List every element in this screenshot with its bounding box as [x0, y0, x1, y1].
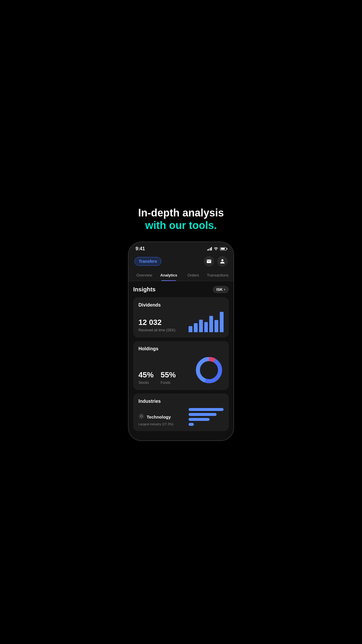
bar-2: [194, 323, 198, 332]
tab-transactions[interactable]: Transactions: [205, 270, 230, 281]
dividends-value: 12 032: [138, 318, 189, 327]
tab-analytics[interactable]: Analytics: [157, 270, 181, 281]
industry-sub: Largest industry (27.3%): [138, 422, 189, 426]
signal-bar-3: [210, 248, 211, 251]
stocks-value: 45%: [138, 370, 154, 379]
industries-card: Industries Technology Larg: [133, 393, 229, 431]
hero-title: In-depth analysis with our tools.: [132, 206, 230, 232]
h-bar-3: [189, 418, 210, 421]
h-bar-4: [189, 423, 194, 426]
insights-title: Insights: [133, 286, 156, 293]
holdings-metrics: 45% Stocks 55% Funds: [138, 369, 194, 385]
holdings-stats: 45% Stocks 55% Funds: [138, 370, 194, 385]
dividends-title: Dividends: [138, 302, 224, 308]
svg-point-3: [140, 415, 143, 417]
industry-name: Technology: [147, 414, 171, 419]
technology-icon: [138, 413, 144, 421]
bar-4: [204, 322, 208, 332]
status-icons: [207, 246, 227, 251]
page-wrapper: In-depth analysis with our tools. 9:41: [121, 195, 241, 449]
funds-value: 55%: [161, 370, 176, 379]
stocks-stat: 45% Stocks: [138, 370, 154, 385]
bar-6: [215, 320, 218, 332]
hero-line1: In-depth analysis: [138, 206, 224, 219]
industries-chart: [189, 408, 224, 426]
industry-row: Technology: [138, 413, 189, 421]
funds-stat: 55% Funds: [161, 370, 176, 385]
h-bar-2: [189, 413, 217, 416]
holdings-body: 45% Stocks 55% Funds: [138, 356, 224, 385]
wifi-icon: [214, 246, 218, 251]
phone-frame: 9:41 Transfers: [129, 242, 233, 440]
industries-body: Technology Largest industry (27.3%): [138, 408, 224, 426]
bar-1: [189, 326, 192, 332]
battery-fill: [221, 248, 225, 250]
dividends-metrics: 12 032 Received all time (SEK): [138, 318, 189, 332]
holdings-donut: [194, 356, 224, 385]
header-icons: [204, 256, 228, 267]
nav-tabs: Overview Analytics Orders Transactions: [129, 270, 233, 281]
battery-icon: [220, 247, 226, 251]
dividends-chart: [189, 312, 224, 332]
holdings-title: Holdings: [138, 346, 224, 351]
tab-overview[interactable]: Overview: [132, 270, 157, 281]
signal-icon: [207, 247, 212, 251]
status-bar: 9:41: [129, 242, 233, 254]
donut-chart-svg: [194, 356, 224, 385]
mail-icon: [206, 259, 212, 264]
content-area: Insights ISK ▾ Dividends 12 032 Received…: [129, 281, 233, 440]
profile-button[interactable]: [217, 256, 228, 267]
mail-button[interactable]: [204, 256, 214, 267]
bar-5: [209, 316, 213, 332]
bar-3: [199, 320, 203, 332]
stocks-label: Stocks: [138, 381, 154, 385]
bar-7: [220, 312, 224, 332]
signal-bar-1: [207, 249, 208, 251]
tab-orders[interactable]: Orders: [181, 270, 205, 281]
currency-label: ISK: [216, 287, 223, 292]
currency-dropdown[interactable]: ISK ▾: [213, 286, 229, 293]
industries-title: Industries: [138, 399, 224, 404]
signal-bar-2: [208, 249, 209, 251]
transfers-badge[interactable]: Transfers: [134, 257, 161, 266]
hero-line2: with our tools.: [138, 219, 224, 232]
dropdown-arrow-icon: ▾: [224, 288, 225, 291]
section-header: Insights ISK ▾: [133, 286, 229, 293]
funds-label: Funds: [161, 381, 176, 385]
status-time: 9:41: [136, 246, 145, 251]
industries-metrics: Technology Largest industry (27.3%): [138, 413, 189, 426]
app-header: Transfers: [129, 254, 233, 270]
dividends-label: Received all time (SEK): [138, 328, 189, 332]
profile-icon: [220, 259, 225, 264]
dividends-body: 12 032 Received all time (SEK): [138, 312, 224, 332]
dividends-card: Dividends 12 032 Received all time (SEK): [133, 297, 229, 337]
holdings-card: Holdings 45% Stocks 55% Funds: [133, 341, 229, 390]
h-bar-1: [189, 408, 224, 411]
signal-bar-4: [211, 247, 212, 251]
